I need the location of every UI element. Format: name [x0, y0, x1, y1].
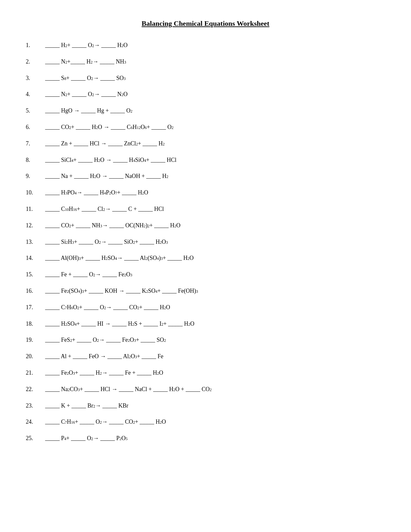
equation-list: 1._____ H2 + _____ O2 → _____ H2O2._____…: [26, 41, 385, 443]
equation-content: _____ Na2CO3 + _____ HCl → _____ NaCl + …: [45, 385, 385, 394]
equation-number: 16.: [26, 286, 45, 296]
equation-row: 22._____ Na2CO3 + _____ HCl → _____ NaCl…: [26, 385, 385, 394]
equation-number: 25.: [26, 434, 45, 443]
equation-content: _____ Al + _____ FeO → _____ Al2O3 + ___…: [45, 352, 385, 361]
equation-row: 23._____ K + _____ Br2 → _____ KBr: [26, 401, 385, 410]
equation-number: 10.: [26, 188, 45, 197]
equation-row: 11._____ C10H16 + _____ Cl2 → _____ C + …: [26, 204, 385, 214]
equation-content: _____ H3PO4 → _____ H4P2O7 + _____ H2O: [45, 188, 385, 197]
equation-row: 15._____ Fe + _____ O2 → _____ Fe2O3: [26, 270, 385, 279]
equation-row: 19._____ FeS2 + _____ O2 → _____ Fe2O3 +…: [26, 335, 385, 345]
equation-content: _____ C7H16 + _____ O2 → _____ CO2 + ___…: [45, 417, 385, 427]
equation-row: 4._____ N2 + _____ O2 → _____ N2O: [26, 90, 385, 99]
equation-content: _____ Zn + _____ HCl → _____ ZnCl2 + ___…: [45, 139, 385, 148]
equation-row: 25._____ P4 + _____ O2 → _____ P2O5: [26, 434, 385, 443]
equation-row: 10._____ H3PO4 → _____ H4P2O7 + _____ H2…: [26, 188, 385, 197]
equation-row: 18._____ H2SO4 + _____ HI → _____ H2S + …: [26, 319, 385, 329]
equation-content: _____ K + _____ Br2 → _____ KBr: [45, 401, 385, 410]
equation-number: 5.: [26, 106, 45, 115]
equation-content: _____ CO2 + _____ NH3 → _____ OC(NH2)2 +…: [45, 221, 385, 230]
equation-row: 2._____ N2 +_____ H2 → _____ NH3: [26, 57, 385, 66]
equation-number: 23.: [26, 401, 45, 410]
equation-row: 24._____ C7H16 + _____ O2 → _____ CO2 + …: [26, 417, 385, 427]
equation-content: _____ Fe2(SO4)3 + _____ KOH → _____ K2SO…: [45, 286, 385, 296]
equation-content: _____ N2 +_____ H2 → _____ NH3: [45, 57, 385, 66]
equation-number: 8.: [26, 155, 45, 165]
equation-row: 5._____ HgO → _____ Hg + _____ O2: [26, 106, 385, 115]
page-title: Balancing Chemical Equations Worksheet: [26, 19, 385, 28]
equation-number: 20.: [26, 352, 45, 361]
equation-number: 12.: [26, 221, 45, 230]
equation-content: _____ N2 + _____ O2 → _____ N2O: [45, 90, 385, 99]
equation-row: 17._____ C7H6O2 + _____ O2 → _____ CO2 +…: [26, 303, 385, 312]
equation-number: 6.: [26, 123, 45, 132]
equation-content: _____ CO2 + _____ H2O → _____ C6H12O6 + …: [45, 123, 385, 132]
equation-content: _____ FeS2 + _____ O2 → _____ Fe2O3 + __…: [45, 335, 385, 345]
equation-number: 21.: [26, 368, 45, 378]
equation-row: 13._____ Si2H3 + _____ O2 → _____ SiO2 +…: [26, 237, 385, 247]
equation-number: 1.: [26, 41, 45, 50]
equation-content: _____ Na + _____ H2O → _____ NaOH + ____…: [45, 172, 385, 181]
equation-number: 18.: [26, 319, 45, 329]
equation-row: 14._____ Al(OH)3 + _____ H2SO4 → _____ A…: [26, 253, 385, 263]
equation-row: 1._____ H2 + _____ O2 → _____ H2O: [26, 41, 385, 50]
equation-content: _____ H2 + _____ O2 → _____ H2O: [45, 41, 385, 50]
equation-number: 19.: [26, 335, 45, 345]
equation-content: _____ Al(OH)3 + _____ H2SO4 → _____ Al2(…: [45, 253, 385, 263]
equation-content: _____ Fe + _____ O2 → _____ Fe2O3: [45, 270, 385, 279]
equation-number: 24.: [26, 417, 45, 427]
equation-number: 3.: [26, 74, 45, 83]
equation-number: 4.: [26, 90, 45, 99]
equation-content: _____ S8 + _____ O2 → _____ SO3: [45, 74, 385, 83]
equation-row: 9._____ Na + _____ H2O → _____ NaOH + __…: [26, 172, 385, 181]
equation-number: 15.: [26, 270, 45, 279]
equation-row: 20._____ Al + _____ FeO → _____ Al2O3 + …: [26, 352, 385, 361]
equation-content: _____ C7H6O2 + _____ O2 → _____ CO2 + __…: [45, 303, 385, 312]
equation-content: _____ SiCl4 + _____ H2O → _____ H4SiO4 +…: [45, 155, 385, 165]
equation-content: _____ HgO → _____ Hg + _____ O2: [45, 106, 385, 115]
equation-row: 3._____ S8 + _____ O2 → _____ SO3: [26, 74, 385, 83]
equation-content: _____ C10H16 + _____ Cl2 → _____ C + ___…: [45, 204, 385, 214]
equation-content: _____ P4 + _____ O2 → _____ P2O5: [45, 434, 385, 443]
equation-content: _____ Fe2O3 + _____ H2 → _____ Fe + ____…: [45, 368, 385, 378]
equation-content: _____ Si2H3 + _____ O2 → _____ SiO2 + __…: [45, 237, 385, 247]
equation-number: 22.: [26, 385, 45, 394]
equation-row: 8._____ SiCl4 + _____ H2O → _____ H4SiO4…: [26, 155, 385, 165]
equation-number: 14.: [26, 253, 45, 263]
equation-row: 6._____ CO2 + _____ H2O → _____ C6H12O6 …: [26, 123, 385, 132]
equation-row: 7._____ Zn + _____ HCl → _____ ZnCl2 + _…: [26, 139, 385, 148]
equation-content: _____ H2SO4 + _____ HI → _____ H2S + ___…: [45, 319, 385, 329]
equation-number: 9.: [26, 172, 45, 181]
equation-row: 16._____ Fe2(SO4)3 + _____ KOH → _____ K…: [26, 286, 385, 296]
equation-number: 11.: [26, 204, 45, 214]
equation-row: 12._____ CO2 + _____ NH3 → _____ OC(NH2)…: [26, 221, 385, 230]
equation-number: 2.: [26, 57, 45, 66]
equation-number: 17.: [26, 303, 45, 312]
equation-number: 13.: [26, 237, 45, 247]
equation-number: 7.: [26, 139, 45, 148]
equation-row: 21._____ Fe2O3 + _____ H2 → _____ Fe + _…: [26, 368, 385, 378]
